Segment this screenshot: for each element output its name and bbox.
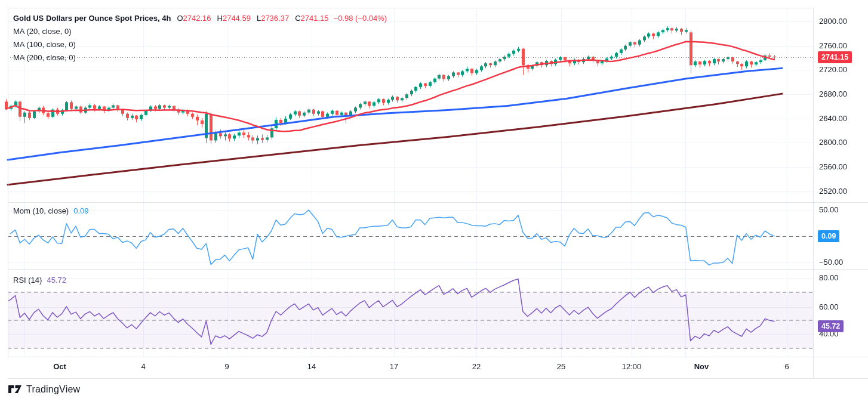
- ohlc-high: H2744.59: [217, 14, 251, 23]
- price-tick-label: 2800.00: [819, 17, 847, 26]
- time-tick-label: Nov: [694, 362, 709, 371]
- tradingview-logo-text: TradingView: [26, 384, 80, 395]
- tradingview-logo[interactable]: TradingView: [8, 384, 80, 395]
- time-tick-label: 6: [784, 362, 789, 371]
- ohlc-open: O2742.16: [177, 14, 211, 23]
- price-tick-label: 2560.00: [819, 162, 847, 172]
- time-tick-label: 25: [557, 362, 565, 371]
- time-tick-label: 12:00: [622, 362, 642, 371]
- price-tick-label: 2640.00: [819, 114, 847, 123]
- time-axis[interactable]: Oct491417222512:00Nov6: [0, 357, 813, 378]
- rsi-tick-label: 60.00: [819, 302, 839, 312]
- rsi-tick-label: 80.00: [819, 273, 839, 283]
- rsi-legend[interactable]: RSI (14)45.72: [13, 276, 66, 285]
- rsi-value-badge: 45.72: [818, 320, 844, 332]
- main-legend: Gold US Dollars per Ounce Spot Prices, 4…: [13, 12, 387, 64]
- ohlc-close: C2741.15: [295, 14, 328, 23]
- time-tick-label: 17: [390, 362, 398, 371]
- symbol-legend-row[interactable]: Gold US Dollars per Ounce Spot Prices, 4…: [13, 12, 387, 25]
- price-axis[interactable]: 2741.15 0.09 45.72 2800.002760.002720.00…: [813, 0, 868, 378]
- momentum-label: Mom (10, close): [13, 206, 69, 215]
- price-tick-label: 2720.00: [819, 65, 847, 75]
- price-change: −0.98 (−0.04%): [334, 14, 387, 23]
- rsi-label: RSI (14): [13, 276, 42, 285]
- tradingview-logo-icon: [8, 385, 22, 394]
- ma200-legend-row[interactable]: MA (200, close, 0): [13, 51, 387, 64]
- momentum-tick-label: −50.00: [819, 258, 843, 267]
- time-tick-label: 9: [224, 362, 229, 371]
- price-tick-label: 2760.00: [819, 41, 847, 51]
- time-tick-label: 14: [307, 362, 316, 371]
- price-tick-label: 2600.00: [819, 138, 847, 147]
- momentum-legend[interactable]: Mom (10, close)0.09: [13, 206, 89, 215]
- time-tick-label: 22: [472, 362, 481, 371]
- ma100-legend-row[interactable]: MA (100, close, 0): [13, 38, 387, 51]
- ohlc-low: L2736.37: [257, 14, 289, 23]
- last-price-badge: 2741.15: [818, 51, 852, 63]
- time-tick-label: Oct: [53, 362, 66, 371]
- tradingview-chart: Gold US Dollars per Ounce Spot Prices, 4…: [0, 0, 868, 405]
- rsi-value: 45.72: [47, 276, 66, 285]
- ma20-legend-row[interactable]: MA (20, close, 0): [13, 25, 387, 38]
- price-tick-label: 2680.00: [819, 89, 847, 99]
- momentum-tick-label: 50.00: [819, 205, 839, 215]
- price-tick-label: 2520.00: [819, 187, 847, 196]
- momentum-value-badge: 0.09: [818, 230, 839, 242]
- symbol-title: Gold US Dollars per Ounce Spot Prices, 4…: [13, 14, 171, 23]
- time-tick-label: 4: [141, 362, 145, 371]
- momentum-value: 0.09: [73, 206, 88, 215]
